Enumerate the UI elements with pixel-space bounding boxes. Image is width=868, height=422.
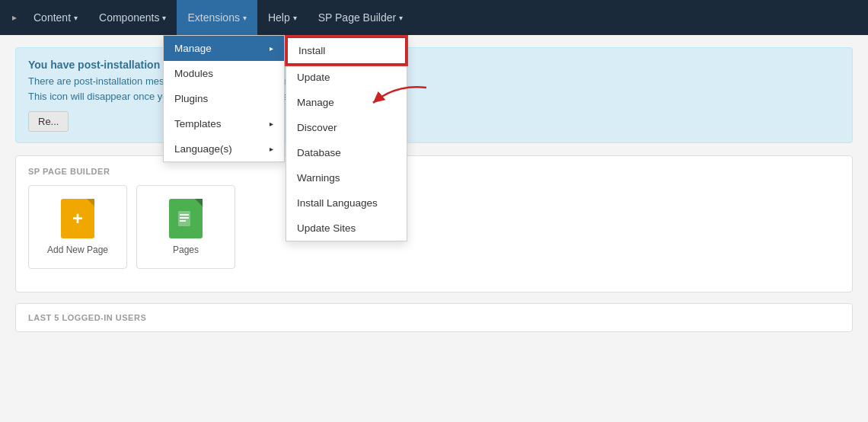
warnings-label: Warnings xyxy=(297,172,340,184)
manage-submenu: Install Update Manage Discover Database … xyxy=(286,36,407,241)
notice-button[interactable]: Re... xyxy=(28,111,69,132)
languages-label: Language(s) xyxy=(174,143,232,155)
update-label: Update xyxy=(297,72,330,83)
submenu-item-update-sites[interactable]: Update Sites xyxy=(286,216,407,241)
discover-label: Discover xyxy=(297,122,337,133)
nav-item-help[interactable]: Help ▾ xyxy=(257,0,308,35)
install-languages-label: Install Languages xyxy=(297,197,378,209)
dropdown-item-manage[interactable]: Manage ▸ Install Update Manage Discover … xyxy=(164,36,284,61)
nav-components-label: Components xyxy=(99,11,159,24)
pages-icon xyxy=(169,199,203,238)
plus-icon: + xyxy=(72,208,83,229)
extensions-dropdown-primary: Manage ▸ Install Update Manage Discover … xyxy=(163,35,285,162)
nav-components-caret: ▾ xyxy=(162,14,166,22)
nav-content-label: Content xyxy=(34,11,71,24)
nav-back-arrow[interactable]: ▸ xyxy=(6,12,23,23)
card-pages[interactable]: Pages xyxy=(136,185,235,269)
submenu-item-discover[interactable]: Discover xyxy=(286,115,407,140)
nav-extensions-label: Extensions xyxy=(187,11,239,24)
submenu-item-warnings[interactable]: Warnings xyxy=(286,165,407,190)
svg-rect-2 xyxy=(180,217,189,219)
dropdown-item-languages[interactable]: Language(s) ▸ xyxy=(164,136,284,161)
notice-title: You have post-installation messages xyxy=(28,59,840,71)
database-label: Database xyxy=(297,147,341,158)
nav-help-caret: ▾ xyxy=(293,14,297,22)
last-users-label: LAST 5 LOGGED-IN USERS xyxy=(28,313,840,322)
notice-box: You have post-installation messages Ther… xyxy=(15,47,853,143)
svg-rect-3 xyxy=(180,220,186,222)
update-sites-label: Update Sites xyxy=(297,222,356,234)
extensions-dropdown: Manage ▸ Install Update Manage Discover … xyxy=(163,35,285,162)
dropdown-item-plugins[interactable]: Plugins xyxy=(164,86,284,111)
submenu-item-install-languages[interactable]: Install Languages xyxy=(286,190,407,216)
dropdown-item-modules[interactable]: Modules xyxy=(164,61,284,86)
last-users-section: LAST 5 LOGGED-IN USERS xyxy=(15,303,853,332)
sp-section: SP PAGE BUILDER + Add New Page Pages xyxy=(15,155,853,293)
submenu-item-manage[interactable]: Manage xyxy=(286,90,407,115)
nav-item-content[interactable]: Content ▾ xyxy=(23,0,88,35)
manage-sub-label: Manage xyxy=(297,97,334,108)
submenu-item-update[interactable]: Update xyxy=(286,65,407,90)
plugins-label: Plugins xyxy=(174,93,208,104)
nav-extensions-caret: ▾ xyxy=(243,14,247,22)
dropdown-item-templates[interactable]: Templates ▸ xyxy=(164,111,284,136)
submenu-item-database[interactable]: Database xyxy=(286,140,407,165)
nav-content-caret: ▾ xyxy=(74,14,78,22)
install-label: Install xyxy=(298,45,325,56)
notice-line2: This icon will disappear once you have d… xyxy=(28,89,840,104)
main-content: You have post-installation messages Ther… xyxy=(0,35,868,344)
pages-label: Pages xyxy=(173,245,199,255)
card-add-new-page[interactable]: + Add New Page xyxy=(28,185,127,269)
templates-label: Templates xyxy=(174,118,222,129)
manage-submenu-arrow: ▸ xyxy=(270,44,273,53)
pages-svg-icon xyxy=(177,208,195,229)
sp-section-label: SP PAGE BUILDER xyxy=(28,167,840,176)
navbar: ▸ Content ▾ Components ▾ Extensions ▾ He… xyxy=(0,0,868,35)
nav-sp-label: SP Page Builder xyxy=(318,11,396,24)
add-new-page-label: Add New Page xyxy=(47,245,108,255)
submenu-item-install[interactable]: Install xyxy=(286,37,407,65)
languages-arrow: ▸ xyxy=(270,145,273,153)
templates-arrow: ▸ xyxy=(270,120,273,128)
nav-item-extensions[interactable]: Extensions ▾ xyxy=(177,0,257,35)
notice-line1: There are post-installation messages tha… xyxy=(28,74,840,89)
nav-item-components[interactable]: Components ▾ xyxy=(88,0,177,35)
svg-rect-1 xyxy=(180,214,189,216)
nav-sp-caret: ▾ xyxy=(399,14,403,22)
manage-label: Manage xyxy=(174,43,212,54)
add-page-icon: + xyxy=(61,199,94,238)
modules-label: Modules xyxy=(174,68,213,79)
nav-item-sp-page-builder[interactable]: SP Page Builder ▾ xyxy=(308,0,413,35)
cards-row: + Add New Page Pages xyxy=(28,185,840,269)
nav-help-label: Help xyxy=(268,11,290,24)
